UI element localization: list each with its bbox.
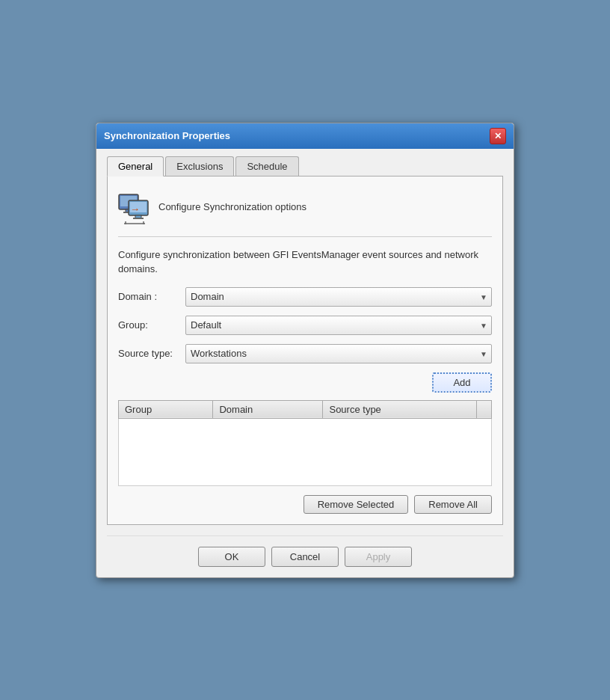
tab-exclusions[interactable]: Exclusions [165, 156, 234, 176]
col-group: Group [119, 400, 213, 418]
domain-select-wrapper: Domain ▼ [185, 287, 492, 307]
empty-table-cell [119, 418, 492, 485]
table-body [119, 418, 492, 485]
header-description: Configure Synchronization options [158, 201, 306, 212]
add-button[interactable]: Add [432, 372, 492, 393]
sync-icon: → [118, 187, 158, 227]
source-type-select[interactable]: Workstations [185, 344, 492, 363]
window-title: Synchronization Properties [104, 130, 230, 141]
intro-text: Configure synchronization between GFI Ev… [118, 248, 492, 277]
cancel-button[interactable]: Cancel [271, 547, 339, 567]
col-extra [477, 400, 492, 418]
group-label: Group: [118, 319, 185, 331]
entries-table: Group Domain Source type [118, 400, 492, 486]
tab-bar: General Exclusions Schedule [107, 156, 503, 176]
domain-select[interactable]: Domain [185, 287, 492, 307]
header-section: → Configure Synchronization options [118, 187, 492, 237]
apply-button[interactable]: Apply [345, 547, 412, 567]
svg-rect-7 [133, 218, 144, 219]
ok-button[interactable]: OK [198, 547, 265, 567]
remove-all-button[interactable]: Remove All [414, 495, 492, 514]
dialog-window: Synchronization Properties ✕ General Exc… [96, 123, 514, 578]
source-type-label: Source type: [118, 348, 185, 359]
col-source-type: Source type [323, 400, 477, 418]
add-button-row: Add [118, 372, 492, 393]
tab-general[interactable]: General [107, 156, 164, 176]
tab-panel-general: → Configure Synchronization options Conf… [107, 176, 503, 525]
group-select-wrapper: Default ▼ [185, 316, 492, 335]
svg-text:→: → [130, 203, 140, 215]
source-type-select-wrapper: Workstations ▼ [185, 344, 492, 363]
dialog-content: General Exclusions Schedule [96, 149, 514, 577]
domain-row: Domain : Domain ▼ [118, 287, 492, 307]
close-button[interactable]: ✕ [490, 128, 506, 144]
bottom-buttons: OK Cancel Apply [107, 535, 503, 567]
source-type-row: Source type: Workstations ▼ [118, 344, 492, 363]
remove-selected-button[interactable]: Remove Selected [304, 495, 409, 514]
col-domain: Domain [213, 400, 323, 418]
group-row: Group: Default ▼ [118, 316, 492, 335]
tab-schedule[interactable]: Schedule [235, 156, 298, 176]
remove-buttons-row: Remove Selected Remove All [118, 495, 492, 514]
title-bar: Synchronization Properties ✕ [96, 123, 514, 149]
group-select[interactable]: Default [185, 316, 492, 335]
domain-label: Domain : [118, 291, 185, 302]
